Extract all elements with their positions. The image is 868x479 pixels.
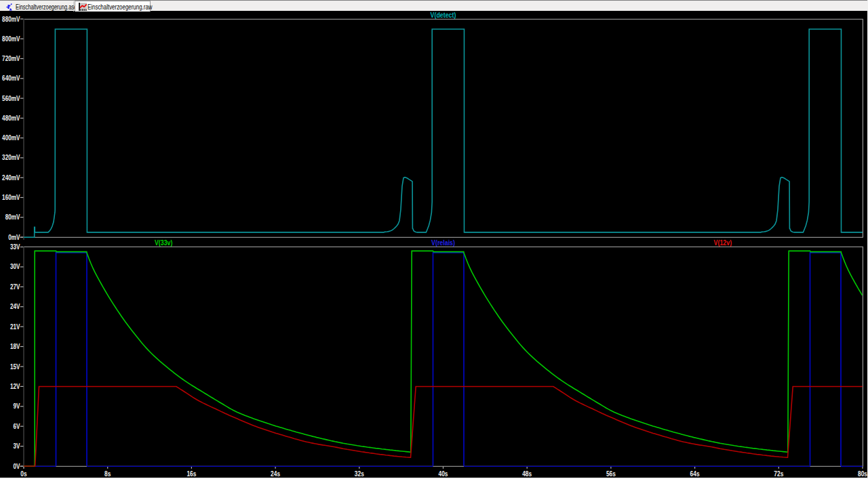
svg-text:800mV: 800mV xyxy=(2,35,20,43)
svg-text:30V: 30V xyxy=(10,264,20,271)
svg-text:720mV: 720mV xyxy=(2,55,20,62)
svg-text:32s: 32s xyxy=(355,470,364,478)
svg-text:16s: 16s xyxy=(186,470,196,478)
svg-text:24V: 24V xyxy=(10,303,20,310)
svg-text:80mV: 80mV xyxy=(5,213,21,221)
svg-text:480mV: 480mV xyxy=(2,114,20,122)
svg-text:400mV: 400mV xyxy=(2,134,20,142)
svg-text:12V: 12V xyxy=(10,383,20,390)
svg-text:40s: 40s xyxy=(439,470,448,478)
svg-text:24s: 24s xyxy=(271,470,280,478)
svg-text:240mV: 240mV xyxy=(2,174,20,182)
svg-text:48s: 48s xyxy=(522,470,532,478)
svg-text:6V: 6V xyxy=(13,423,20,430)
svg-text:640mV: 640mV xyxy=(2,75,20,83)
svg-text:80s: 80s xyxy=(858,470,867,478)
svg-text:21V: 21V xyxy=(10,323,20,331)
svg-text:72s: 72s xyxy=(774,470,783,478)
svg-text:3V: 3V xyxy=(13,442,20,450)
svg-text:0mV: 0mV xyxy=(8,234,20,241)
svg-text:160mV: 160mV xyxy=(2,194,20,201)
svg-text:0V: 0V xyxy=(13,463,20,470)
svg-text:V(33v): V(33v) xyxy=(155,238,173,247)
svg-text:64s: 64s xyxy=(690,470,700,478)
svg-text:33V: 33V xyxy=(10,243,20,251)
svg-text:56s: 56s xyxy=(606,470,616,478)
svg-text:18V: 18V xyxy=(10,343,20,350)
svg-text:880mV: 880mV xyxy=(2,16,20,23)
svg-text:8s: 8s xyxy=(104,470,111,478)
svg-text:320mV: 320mV xyxy=(2,154,20,162)
svg-text:V(12v): V(12v) xyxy=(714,238,732,247)
svg-text:560mV: 560mV xyxy=(2,95,20,102)
svg-text:V(relais): V(relais) xyxy=(431,238,455,247)
svg-text:15V: 15V xyxy=(10,363,20,371)
svg-text:0s: 0s xyxy=(20,470,26,478)
svg-text:27V: 27V xyxy=(10,283,20,291)
svg-text:V(detect): V(detect) xyxy=(431,11,456,19)
svg-text:9V: 9V xyxy=(13,403,20,411)
